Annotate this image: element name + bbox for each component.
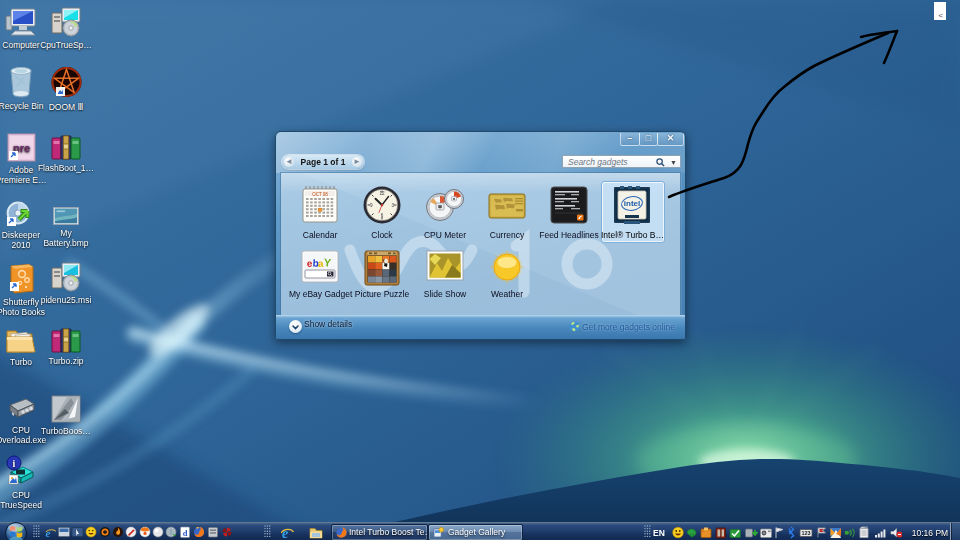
svg-text:d: d — [183, 528, 188, 538]
svg-text:intel: intel — [624, 199, 640, 208]
svg-text:e: e — [46, 527, 51, 539]
svg-text:6: 6 — [381, 213, 384, 218]
svg-text:OCT 08: OCT 08 — [312, 192, 328, 197]
svg-text:3: 3 — [392, 203, 395, 208]
svg-text:e: e — [282, 526, 288, 539]
svg-text:12: 12 — [379, 191, 385, 196]
svg-text:9: 9 — [370, 203, 373, 208]
svg-text:123: 123 — [801, 530, 810, 536]
svg-text:i: i — [13, 458, 16, 469]
